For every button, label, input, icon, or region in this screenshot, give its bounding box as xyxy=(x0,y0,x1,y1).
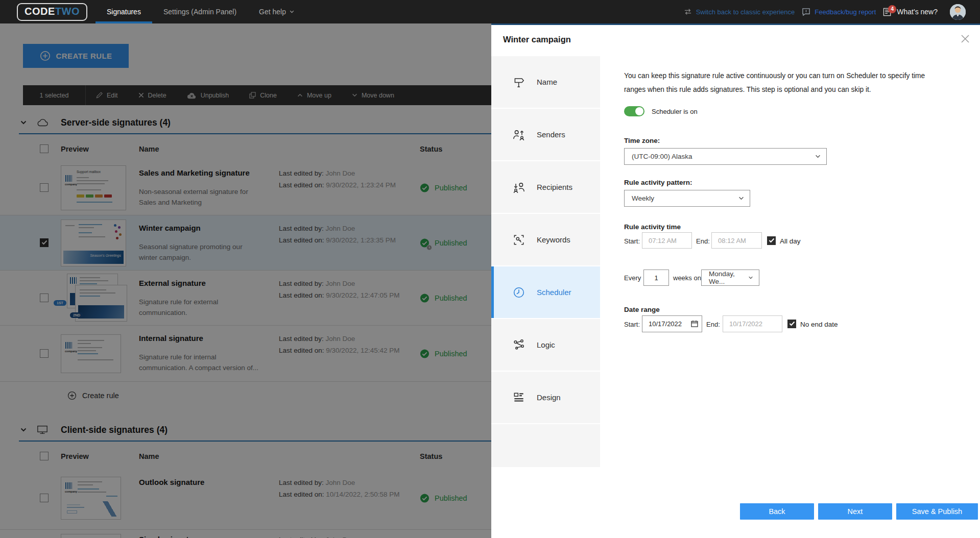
logic-graph-icon xyxy=(512,338,525,352)
modal-body: Name Senders Recipients Keywords Schedul… xyxy=(491,56,980,538)
whats-new-icon: 4 xyxy=(883,8,892,16)
whats-new-badge: 4 xyxy=(888,5,896,13)
sender-person-up-icon xyxy=(512,128,525,141)
rule-editor-panel: Winter campaign Name Senders Recipients … xyxy=(491,23,980,538)
toggle-knob xyxy=(635,107,643,115)
weeks-on-label: weeks on xyxy=(673,274,701,282)
user-avatar[interactable] xyxy=(950,4,966,20)
start-time-input[interactable] xyxy=(642,232,692,249)
keywords-icon xyxy=(512,233,525,247)
all-day-label: All day xyxy=(780,237,801,244)
clock-icon xyxy=(512,286,525,299)
step-recipients[interactable]: Recipients xyxy=(491,161,600,213)
activity-time-row: Start: End: All day xyxy=(600,232,980,249)
pattern-label: Rule activity pattern: xyxy=(624,179,692,186)
no-end-date-checkbox[interactable] xyxy=(787,320,796,328)
scheduler-step-content: You can keep this signature rule active … xyxy=(600,56,980,538)
nav-get-help[interactable]: Get help xyxy=(248,0,305,23)
chevron-down-icon xyxy=(738,197,744,200)
all-day-checkbox[interactable] xyxy=(767,236,776,245)
signpost-icon xyxy=(512,76,525,89)
chevron-down-icon xyxy=(748,276,753,279)
nav-filler-block xyxy=(491,424,600,467)
chevron-down-icon xyxy=(290,10,294,13)
weeks-interval-input[interactable] xyxy=(643,270,669,286)
step-design[interactable]: Design xyxy=(491,372,600,423)
swap-arrows-icon xyxy=(684,8,692,15)
step-scheduler-active[interactable]: Scheduler xyxy=(491,266,600,318)
end-label: End: xyxy=(706,320,720,328)
every-label: Every xyxy=(624,274,641,282)
feedback-link[interactable]: Feedback/bug report xyxy=(802,8,876,16)
end-time-input[interactable] xyxy=(711,232,762,249)
design-layout-icon xyxy=(512,391,525,404)
scheduler-toggle-row: Scheduler is on xyxy=(624,106,698,116)
nav-settings[interactable]: Settings (Admin Panel) xyxy=(152,0,248,23)
end-date-input[interactable] xyxy=(723,315,782,332)
date-range-label: Date range xyxy=(624,306,660,313)
logo-code: CODE xyxy=(25,6,55,17)
modal-header: Winter campaign xyxy=(491,25,980,56)
logo-two: TWO xyxy=(55,6,80,17)
pattern-select[interactable]: Weekly xyxy=(624,190,750,207)
close-icon[interactable] xyxy=(961,34,970,43)
step-keywords[interactable]: Keywords xyxy=(491,214,600,265)
start-date-input[interactable] xyxy=(642,315,702,332)
modal-footer: Back Next Save & Publish xyxy=(740,503,978,520)
next-button[interactable]: Next xyxy=(818,503,892,520)
whats-new-button[interactable]: 4 What's new? xyxy=(883,8,938,16)
switch-classic-link[interactable]: Switch back to classic experience xyxy=(684,8,795,16)
timezone-label: Time zone: xyxy=(624,137,660,144)
recipient-person-down-icon xyxy=(512,181,525,194)
no-end-date-label: No end date xyxy=(800,320,838,328)
feedback-bubble-icon xyxy=(802,8,810,16)
step-senders[interactable]: Senders xyxy=(491,109,600,160)
modal-dim-overlay[interactable] xyxy=(0,23,491,538)
recurrence-row: Every weeks on Monday, We... xyxy=(600,270,980,286)
navbar-right: Switch back to classic experience Feedba… xyxy=(684,4,966,20)
timezone-select[interactable]: (UTC-09:00) Alaska xyxy=(624,148,827,165)
main-menu: Signatures Settings (Admin Panel) Get he… xyxy=(95,0,305,23)
step-logic[interactable]: Logic xyxy=(491,319,600,371)
save-publish-button[interactable]: Save & Publish xyxy=(896,503,978,520)
scheduler-intro-text: You can keep this signature rule active … xyxy=(624,69,926,96)
date-range-row: Start: End: No end date xyxy=(600,315,980,332)
weekdays-select[interactable]: Monday, We... xyxy=(701,270,759,286)
end-label: End: xyxy=(696,237,710,244)
chevron-down-icon xyxy=(815,155,821,158)
modal-title: Winter campaign xyxy=(503,35,571,44)
top-navbar: CODETWO Signatures Settings (Admin Panel… xyxy=(0,0,980,23)
toggle-label: Scheduler is on xyxy=(652,108,698,115)
codetwo-logo[interactable]: CODETWO xyxy=(17,3,87,21)
back-button[interactable]: Back xyxy=(740,503,814,520)
nav-signatures[interactable]: Signatures xyxy=(95,0,152,23)
step-name[interactable]: Name xyxy=(491,56,600,108)
rule-steps-nav: Name Senders Recipients Keywords Schedul… xyxy=(491,56,600,538)
start-label: Start: xyxy=(624,237,640,244)
start-label: Start: xyxy=(624,320,640,328)
activity-time-label: Rule activity time xyxy=(624,223,681,231)
scheduler-toggle[interactable] xyxy=(624,106,644,116)
